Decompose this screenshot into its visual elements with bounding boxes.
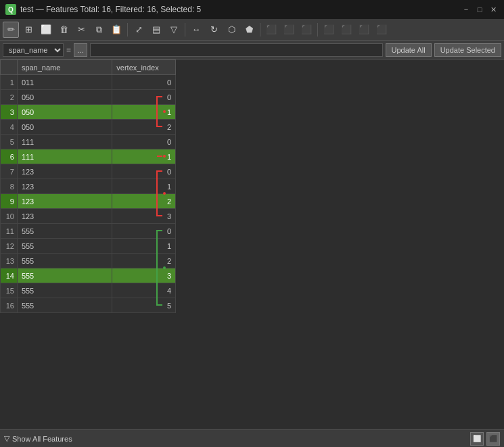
cut-icon[interactable]: ✂ (73, 22, 89, 38)
cell-span-name: 111 (17, 135, 112, 149)
cell-vertex-index: 2 (112, 254, 176, 268)
cell-vertex-index: 3 (112, 268, 176, 283)
cell-span-name: 555 (17, 254, 112, 268)
cell-vertex-index: 2 (112, 194, 176, 209)
table-view-icon[interactable]: ⬜ (470, 432, 484, 446)
table-row[interactable]: 145553 (1, 268, 176, 283)
update-selected-button[interactable]: Update Selected (434, 43, 501, 57)
table-row[interactable]: 115550 (1, 224, 176, 239)
map-icon[interactable]: ⬛ (373, 22, 390, 38)
row-number: 1 (1, 75, 18, 90)
filter-field-select[interactable]: span_name (3, 43, 64, 57)
cell-span-name: 111 (17, 149, 112, 164)
row-number: 13 (1, 254, 18, 268)
filter-equals: = (66, 45, 71, 55)
show-all-label: Show All Features (12, 435, 72, 443)
toolbar: ✏⊞⬜🗑✂⧉📋⤢▤▽↔↻⬡⬟⬛⬛⬛⬛⬛⬛⬛ (0, 19, 504, 41)
table-row[interactable]: 81231 (1, 179, 176, 194)
update-all-button[interactable]: Update All (386, 43, 432, 57)
cell-vertex-index: 0 (112, 224, 176, 239)
row-number: 16 (1, 298, 18, 313)
cell-span-name: 050 (17, 120, 112, 135)
cell-vertex-index: 0 (112, 135, 176, 149)
paste-icon[interactable]: 📋 (108, 22, 124, 38)
new-feature-icon[interactable]: ⬜ (38, 22, 54, 38)
sep4 (317, 23, 318, 37)
tools-icon[interactable]: ⬛ (298, 22, 315, 38)
cell-vertex-index: 0 (112, 90, 176, 105)
title-bar: Q test — Features Total: 16, Filtered: 1… (0, 0, 504, 19)
filter-icon[interactable]: ▽ (166, 22, 182, 38)
sep1 (127, 23, 128, 37)
delete-icon[interactable]: 🗑 (55, 22, 72, 38)
move-icon[interactable]: ↔ (188, 22, 204, 38)
cell-vertex-index: 5 (112, 298, 176, 313)
cell-vertex-index: 1 (112, 149, 176, 164)
table-header: span_name vertex_index (1, 60, 176, 75)
close-button[interactable]: ✕ (488, 4, 499, 15)
sep3 (260, 23, 260, 37)
lock-icon[interactable]: ⬛ (338, 22, 354, 38)
cell-span-name: 555 (17, 298, 112, 313)
filter-bar: span_name = … Update All Update Selected (0, 41, 504, 60)
info-icon[interactable]: ⬛ (321, 22, 337, 38)
table-row[interactable]: 10110 (1, 75, 176, 90)
col-span-name: span_name (17, 60, 112, 75)
cell-vertex-index: 2 (112, 120, 176, 135)
table-row[interactable]: 51110 (1, 135, 176, 149)
maximize-button[interactable]: □ (474, 4, 485, 15)
filter-value-input[interactable] (90, 43, 382, 57)
chart-icon[interactable]: ⬛ (263, 22, 279, 38)
row-number: 2 (1, 90, 18, 105)
table-row[interactable]: 101233 (1, 209, 176, 224)
table-row[interactable]: 20500 (1, 90, 176, 105)
table-row[interactable]: 125551 (1, 239, 176, 254)
table-row[interactable]: 61111 (1, 149, 176, 164)
copy-icon[interactable]: ⧉ (91, 22, 107, 38)
filter-status-icon: ▽ (4, 434, 9, 443)
cell-span-name: 123 (17, 209, 112, 224)
scale-icon[interactable]: ⬡ (223, 22, 239, 38)
cell-span-name: 555 (17, 239, 112, 254)
row-number: 6 (1, 149, 18, 164)
show-all-button[interactable]: ▽ Show All Features (4, 434, 72, 443)
row-number: 7 (1, 164, 18, 179)
cell-span-name: 555 (17, 283, 112, 298)
row-number: 12 (1, 239, 18, 254)
form-view-icon[interactable]: ⬛ (486, 432, 500, 446)
row-number: 8 (1, 179, 18, 194)
cell-span-name: 123 (17, 164, 112, 179)
window-title: test — Features Total: 16, Filtered: 16,… (20, 5, 201, 14)
cell-span-name: 555 (17, 268, 112, 283)
row-number: 3 (1, 105, 18, 120)
table-row[interactable]: 91232 (1, 194, 176, 209)
settings-icon[interactable]: ⬛ (281, 22, 297, 38)
cell-span-name: 123 (17, 179, 112, 194)
row-number: 15 (1, 283, 18, 298)
polygon-icon[interactable]: ⬟ (241, 22, 257, 38)
table-row[interactable]: 165555 (1, 298, 176, 313)
table-row[interactable]: 30501 (1, 105, 176, 120)
table-row[interactable]: 155554 (1, 283, 176, 298)
cell-vertex-index: 3 (112, 209, 176, 224)
table-container: span_name vertex_index 10110205003050140… (0, 60, 504, 429)
cell-vertex-index: 1 (112, 105, 176, 120)
cell-vertex-index: 4 (112, 283, 176, 298)
select-icon[interactable]: ▤ (148, 22, 164, 38)
table-row[interactable]: 40502 (1, 120, 176, 135)
zoom-icon[interactable]: ⤢ (131, 22, 147, 38)
rotate-icon[interactable]: ↻ (206, 22, 222, 38)
minimize-button[interactable]: − (461, 4, 472, 15)
edit-icon[interactable]: ✏ (3, 22, 19, 38)
row-number: 5 (1, 135, 18, 149)
cell-vertex-index: 0 (112, 164, 176, 179)
row-number: 10 (1, 209, 18, 224)
filter-expr-button[interactable]: … (74, 43, 87, 57)
table-row[interactable]: 71230 (1, 164, 176, 179)
row-number: 4 (1, 120, 18, 135)
grid-icon[interactable]: ⬛ (356, 22, 372, 38)
table-icon[interactable]: ⊞ (20, 22, 37, 38)
table-row[interactable]: 135552 (1, 254, 176, 268)
cell-span-name: 050 (17, 90, 112, 105)
app-icon: Q (5, 4, 16, 15)
